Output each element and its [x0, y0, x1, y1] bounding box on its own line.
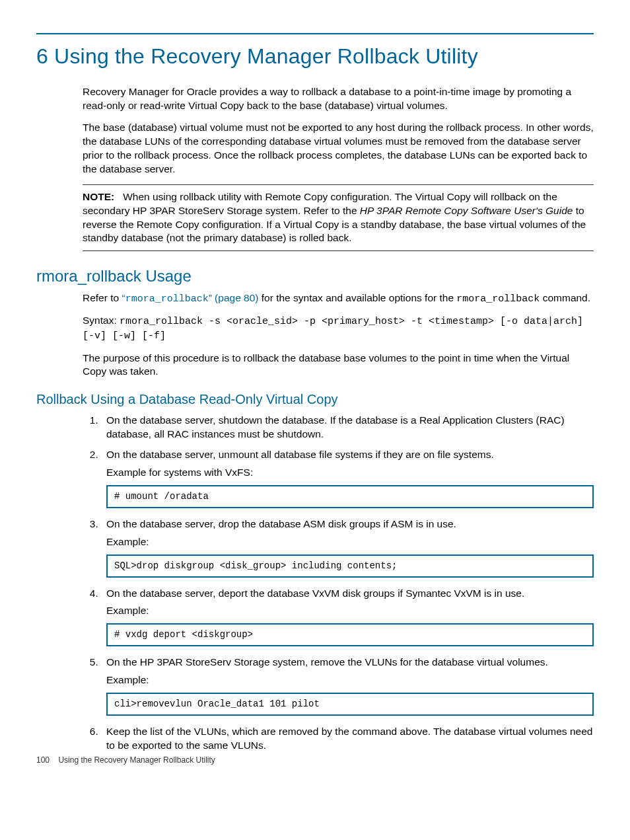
- xref-cmd: rmora_rollback: [125, 293, 209, 305]
- step-2-example-label: Example for systems with VxFS:: [106, 466, 594, 480]
- step-3-code: SQL>drop diskgroup <disk_group> includin…: [106, 554, 594, 578]
- page-footer: 100 Using the Recovery Manager Rollback …: [36, 755, 215, 765]
- step-2-code: # umount /oradata: [106, 485, 594, 508]
- step-5-example-label: Example:: [106, 673, 594, 687]
- xref-qclose: ” (page 80): [209, 292, 259, 303]
- step-4-text: On the database server, deport the datab…: [106, 588, 524, 599]
- rollback-ro-heading: Rollback Using a Database Read-Only Virt…: [36, 391, 594, 408]
- step-6-text: Keep the list of the VLUNs, which are re…: [106, 726, 592, 751]
- step-5-code: cli>removevlun Oracle_data1 101 pilot: [106, 693, 594, 716]
- step-2: On the database server, unmount all data…: [101, 448, 594, 508]
- top-rule: [36, 33, 594, 34]
- usage-block: Refer to “rmora_rollback” (page 80) for …: [83, 291, 594, 379]
- step-2-text: On the database server, unmount all data…: [106, 449, 494, 460]
- step-3-text: On the database server, drop the databas…: [106, 518, 456, 529]
- usage-heading: rmora_rollback Usage: [36, 266, 594, 287]
- step-1-text: On the database server, shutdown the dat…: [106, 414, 565, 439]
- refer-cmd2: rmora_rollback: [456, 293, 540, 305]
- syntax-line: Syntax: rmora_rollback -s <oracle_sid> -…: [83, 314, 594, 344]
- footer-title: Using the Recovery Manager Rollback Util…: [58, 755, 215, 765]
- usage-refer: Refer to “rmora_rollback” (page 80) for …: [83, 291, 594, 306]
- step-4-example-label: Example:: [106, 604, 594, 618]
- step-4-code: # vxdg deport <diskgroup>: [106, 623, 594, 646]
- refer-prefix: Refer to: [83, 292, 122, 303]
- note-box: NOTE: When using rollback utility with R…: [83, 184, 594, 252]
- note-italic: HP 3PAR Remote Copy Software User's Guid…: [360, 205, 573, 216]
- intro-block: Recovery Manager for Oracle provides a w…: [83, 85, 594, 251]
- step-5: On the HP 3PAR StoreServ Storage system,…: [101, 656, 594, 716]
- step-6: Keep the list of the VLUNs, which are re…: [101, 725, 594, 753]
- step-5-text: On the HP 3PAR StoreServ Storage system,…: [106, 656, 548, 668]
- step-4: On the database server, deport the datab…: [101, 587, 594, 647]
- step-3: On the database server, drop the databas…: [101, 517, 594, 578]
- page-number: 100: [36, 755, 50, 765]
- syntax-label: Syntax:: [83, 315, 120, 326]
- syntax-code: rmora_rollback -s <oracle_sid> -p <prima…: [83, 316, 583, 342]
- step-1: On the database server, shutdown the dat…: [101, 414, 594, 441]
- refer-tail: command.: [540, 292, 590, 303]
- page: 6 Using the Recovery Manager Rollback Ut…: [0, 0, 630, 779]
- note-label: NOTE:: [83, 191, 114, 202]
- chapter-title: 6 Using the Recovery Manager Rollback Ut…: [36, 42, 594, 71]
- refer-suffix: for the syntax and available options for…: [258, 292, 456, 303]
- chapter-text: Using the Recovery Manager Rollback Util…: [54, 44, 478, 68]
- intro-p1: Recovery Manager for Oracle provides a w…: [83, 85, 594, 113]
- intro-p2: The base (database) virtual volume must …: [83, 121, 594, 176]
- step-3-example-label: Example:: [106, 535, 594, 549]
- xref-link[interactable]: “rmora_rollback” (page 80): [122, 292, 258, 303]
- steps-list: On the database server, shutdown the dat…: [83, 414, 594, 752]
- purpose-text: The purpose of this procedure is to roll…: [83, 352, 594, 379]
- chapter-number: 6: [36, 44, 48, 68]
